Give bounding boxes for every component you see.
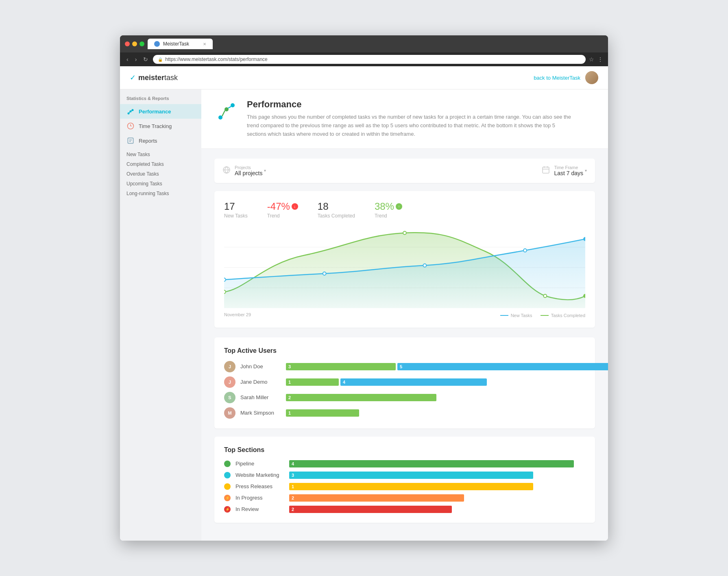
- user-avatar[interactable]: [585, 71, 598, 84]
- svg-rect-18: [543, 167, 549, 173]
- completed-legend-line: [541, 315, 549, 316]
- user-row-john: J John Doe 3 5: [224, 361, 585, 372]
- maximize-dot[interactable]: [139, 41, 144, 46]
- top-active-users-section: Top Active Users J John Doe 3 5: [214, 337, 595, 428]
- page-title: Performance: [247, 99, 572, 110]
- sidebar-item-time-tracking[interactable]: Time Tracking: [120, 119, 201, 133]
- trend-negative-stat: -47% ↓ Trend: [267, 201, 298, 219]
- top-sections-title: Top Sections: [224, 446, 585, 454]
- page-header-text: Performance This page shows you the numb…: [247, 99, 572, 138]
- sidebar-sub-new-tasks[interactable]: New Tasks: [120, 150, 201, 159]
- chart-date-label: November 29: [224, 312, 251, 317]
- main-content: Performance This page shows you the numb…: [201, 89, 608, 540]
- user-name-mark: Mark Simpson: [240, 410, 281, 416]
- svg-line-4: [131, 111, 132, 111]
- performance-chart: [224, 227, 585, 308]
- address-bar[interactable]: 🔒 https://www.meistertask.com/stats/perf…: [153, 55, 586, 64]
- user-bars-john: 3 5: [286, 363, 608, 370]
- content-area: Projects All projects ▾: [201, 149, 608, 541]
- logo-text: meistertask: [138, 74, 178, 82]
- logo-light-text: task: [164, 74, 178, 82]
- user-row-jane: J Jane Demo 1 4: [224, 376, 585, 388]
- secure-icon: 🔒: [158, 57, 163, 62]
- sidebar-section-title: Statistics & Reports: [120, 96, 201, 104]
- svg-point-2: [132, 109, 133, 111]
- user-green-bar-jane: 1: [286, 378, 339, 386]
- user-name-john: John Doe: [240, 363, 281, 370]
- section-icon-pipeline: [224, 461, 231, 467]
- user-list: J John Doe 3 5 J Jane Demo: [224, 361, 585, 419]
- performance-icon: [126, 107, 135, 115]
- projects-filter[interactable]: Projects All projects ▾: [222, 165, 266, 176]
- user-green-bar-mark: 1: [286, 409, 359, 417]
- section-row-pipeline: Pipeline 4: [224, 460, 585, 467]
- section-icon-website: [224, 472, 231, 478]
- user-green-bar-sarah: 2: [286, 394, 436, 401]
- browser-tab[interactable]: MeisterTask ✕: [148, 39, 213, 49]
- logo-bold-text: meister: [138, 74, 164, 82]
- user-name-sarah: Sarah Miller: [240, 394, 281, 400]
- section-icon-inprogress: ⚡: [224, 495, 231, 501]
- section-list: Pipeline 4 Website Marketing 3 Press Rel: [224, 460, 585, 513]
- top-users-title: Top Active Users: [224, 347, 585, 354]
- section-bar-website: 3: [289, 472, 533, 479]
- reports-icon: [126, 137, 135, 145]
- trend-negative-count: -47% ↓: [267, 201, 298, 212]
- svg-rect-8: [128, 138, 133, 143]
- bookmark-icon[interactable]: ☆: [589, 56, 594, 63]
- section-name-press: Press Releases: [235, 483, 284, 489]
- user-blue-bar-jane: 4: [340, 378, 487, 386]
- back-button[interactable]: ‹: [125, 55, 130, 63]
- close-dot[interactable]: [125, 41, 130, 46]
- sidebar-time-tracking-label: Time Tracking: [139, 123, 172, 129]
- svg-line-14: [222, 111, 225, 116]
- tasks-completed-count: 18: [318, 201, 355, 212]
- filters-bar: Projects All projects ▾: [214, 159, 595, 183]
- chart-legend: New Tasks Tasks Completed: [500, 313, 585, 318]
- sidebar-sub-completed-tasks[interactable]: Completed Tasks: [120, 159, 201, 169]
- page-description: This page shows you the number of comple…: [247, 113, 572, 138]
- browser-actions: ☆ ⋮: [589, 56, 603, 63]
- tab-favicon: [154, 41, 160, 47]
- section-bar-inprogress: 2: [289, 494, 464, 502]
- calendar-icon: [542, 166, 550, 176]
- user-avatar-sarah: S: [224, 392, 235, 403]
- user-blue-bar-john: 5: [397, 363, 608, 370]
- menu-icon[interactable]: ⋮: [597, 56, 603, 63]
- logo: ✓ meistertask: [130, 73, 178, 82]
- new-tasks-label: New Tasks: [224, 213, 248, 219]
- sidebar-item-reports[interactable]: Reports: [120, 133, 201, 148]
- timeframe-filter[interactable]: Time Frame Last 7 days ▾: [542, 165, 587, 176]
- sidebar-sub-long-running-tasks[interactable]: Long-running Tasks: [120, 189, 201, 198]
- chart-point: [323, 272, 326, 275]
- sidebar-sub-overdue-tasks[interactable]: Overdue Tasks: [120, 169, 201, 179]
- page-header-icon: [214, 99, 239, 124]
- legend-new-tasks-label: New Tasks: [511, 313, 532, 318]
- chart-point-green: [403, 231, 406, 235]
- projects-caret-icon: ▾: [264, 168, 266, 173]
- tab-title: MeisterTask: [163, 41, 189, 47]
- sidebar-sub-upcoming-tasks[interactable]: Upcoming Tasks: [120, 179, 201, 189]
- chart-point: [224, 278, 226, 281]
- section-name-website: Website Marketing: [235, 472, 284, 478]
- back-to-meistertask-link[interactable]: back to MeisterTask: [534, 75, 580, 81]
- section-name-pipeline: Pipeline: [235, 461, 284, 467]
- svg-line-15: [228, 107, 231, 108]
- user-avatar-mark: M: [224, 407, 235, 419]
- tab-close-button[interactable]: ✕: [203, 42, 206, 46]
- forward-button[interactable]: ›: [133, 55, 139, 63]
- section-row-press: Press Releases 1: [224, 483, 585, 490]
- trend-positive-stat: 38% ↑ Trend: [375, 201, 402, 219]
- trend-up-icon: ↑: [396, 203, 402, 210]
- chart-point: [423, 264, 426, 267]
- reload-button[interactable]: ↻: [142, 55, 150, 63]
- avatar-image: [585, 71, 598, 84]
- sidebar-item-performance[interactable]: Performance: [120, 104, 201, 119]
- minimize-dot[interactable]: [132, 41, 137, 46]
- legend-completed-label: Tasks Completed: [551, 313, 585, 318]
- sidebar-reports-label: Reports: [139, 138, 157, 144]
- chart-point: [523, 249, 527, 252]
- app-header: ✓ meistertask back to MeisterTask: [120, 66, 608, 89]
- user-row-sarah: S Sarah Miller 2: [224, 392, 585, 403]
- svg-line-3: [129, 112, 130, 113]
